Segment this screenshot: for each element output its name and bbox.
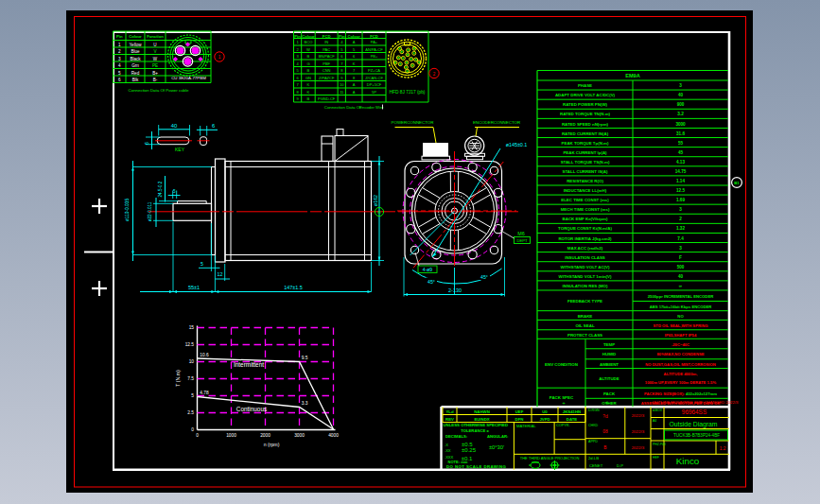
svg-text:COPYR.: COPYR. <box>556 424 570 427</box>
svg-text:PGND-CF: PGND-CF <box>318 96 336 101</box>
svg-text:500: 500 <box>677 265 685 269</box>
svg-text:M6: M6 <box>517 231 525 236</box>
svg-text:10: 10 <box>340 82 344 87</box>
svg-text:GN: GN <box>305 76 311 80</box>
svg-text:12.5: 12.5 <box>185 342 195 347</box>
svg-text:B1: B1 <box>734 181 740 185</box>
svg-text:4: 4 <box>118 63 121 68</box>
svg-text:PHZ.P03: PHZ.P03 <box>653 443 666 446</box>
svg-text:Pin: Pin <box>339 34 345 39</box>
svg-text:OTHER: OTHER <box>602 401 617 406</box>
svg-text:4.13: 4.13 <box>676 160 685 165</box>
svg-text:ALTITUDE: ALTITUDE <box>599 376 619 381</box>
svg-text:5: 5 <box>173 189 176 194</box>
svg-text:OIL SEAL: OIL SEAL <box>575 323 594 328</box>
svg-text:G: G <box>306 61 309 66</box>
svg-text:6: 6 <box>118 78 121 82</box>
svg-text:INDUCTANCE LL(mH): INDUCTANCE LL(mH) <box>564 188 607 193</box>
svg-text:REV: REV <box>445 417 454 422</box>
svg-text:STALL CURRENT IS(A): STALL CURRENT IS(A) <box>563 169 608 174</box>
svg-text:JVPD: JVPD <box>539 417 550 422</box>
svg-text:DATE: DATE <box>567 417 578 422</box>
svg-text:BCO: BCO <box>305 40 313 44</box>
svg-text:Yellow: Yellow <box>129 43 142 47</box>
svg-text:INSULATION CLASS: INSULATION CLASS <box>565 255 605 260</box>
svg-text:AMBIENT: AMBIENT <box>600 362 619 367</box>
svg-text:.XX: .XX <box>445 448 451 453</box>
svg-text:MECH TIME CONST (ms): MECH TIME CONST (ms) <box>561 207 610 212</box>
svg-text:45: 45 <box>678 150 684 155</box>
svg-text:45°: 45° <box>480 274 488 280</box>
svg-text:HEF: HEF <box>653 456 659 460</box>
svg-text:PZ+CA: PZ+CA <box>368 68 380 73</box>
svg-text:STD OIL SEAL,WITH SPRING: STD OIL SEAL,WITH SPRING <box>654 323 708 328</box>
svg-text:K: K <box>307 82 310 87</box>
svg-text:12.5: 12.5 <box>676 188 685 193</box>
svg-text:±0.1: ±0.1 <box>462 456 473 461</box>
svg-text:ELEC TIME CONST (ms): ELEC TIME CONST (ms) <box>561 198 609 202</box>
svg-text:1:2: 1:2 <box>720 446 726 451</box>
svg-text:3: 3 <box>679 246 682 251</box>
svg-text:T (N.m): T (N.m) <box>175 370 181 387</box>
svg-text:JKS41HN: JKS41HN <box>563 409 581 414</box>
svg-text:1.32: 1.32 <box>676 226 685 231</box>
svg-text:ø162: ø162 <box>373 195 378 206</box>
svg-text:2022/3: 2022/3 <box>632 445 645 450</box>
svg-text:ALTITUDE 4000m,: ALTITUDE 4000m, <box>664 372 698 376</box>
svg-text:.X: .X <box>445 443 448 447</box>
svg-text:YLd: YLd <box>445 409 453 414</box>
svg-text:12: 12 <box>218 271 223 277</box>
svg-text:UNLESS OTHERWISE SPECIFIED: UNLESS OTHERWISE SPECIFIED <box>444 423 509 427</box>
svg-text:NO DUST,GAS,OIL MIST,CORROSION: NO DUST,GAS,OIL MIST,CORROSION <box>645 362 715 367</box>
svg-text:B+: B+ <box>152 71 158 76</box>
svg-text:B: B <box>307 54 310 59</box>
svg-text:CENET: CENET <box>589 463 603 468</box>
svg-text:FEEDBACK TYPE: FEEDBACK TYPE <box>567 299 602 304</box>
svg-text:2.5: 2.5 <box>187 410 194 415</box>
svg-text:PEAK TORQUE Tp(N.m): PEAK TORQUE Tp(N.m) <box>562 141 609 146</box>
svg-text:45°: 45° <box>427 279 435 285</box>
svg-text:PACKING SIZE(BOX): 432x202x127: PACKING SIZE(BOX): 432x202x127mm <box>644 391 717 396</box>
svg-text:0: 0 <box>196 433 199 438</box>
svg-text:2: 2 <box>433 72 436 77</box>
svg-text:7.5: 7.5 <box>187 376 194 381</box>
svg-text:ø145±0.1: ø145±0.1 <box>506 142 528 148</box>
svg-text:+: + <box>562 400 566 406</box>
svg-text:KEY: KEY <box>175 147 185 152</box>
svg-text:U0: U0 <box>542 409 548 414</box>
svg-text:MATERIAL: MATERIAL <box>516 424 536 428</box>
svg-text:1.69: 1.69 <box>676 198 685 202</box>
svg-text:1: 1 <box>218 55 221 60</box>
svg-text:PB+: PB+ <box>371 54 378 59</box>
svg-text:7.4: 7.4 <box>677 236 684 241</box>
svg-text:PHASE: PHASE <box>578 83 592 88</box>
svg-text:Black: Black <box>130 57 141 61</box>
svg-text:TUCK3B-B7B3P24-4BF: TUCK3B-B7B3P24-4BF <box>673 433 720 438</box>
svg-text:6: 6 <box>212 123 215 129</box>
svg-text:Colour: Colour <box>302 34 315 39</box>
svg-text:ENV CONDITION: ENV CONDITION <box>545 362 578 367</box>
svg-text:D.RGN: D.RGN <box>588 408 600 412</box>
svg-text:1000m UP,EVERY 100m DERATE 1.5: 1000m UP,EVERY 100m DERATE 1.5% <box>645 380 717 385</box>
svg-text:2: 2 <box>118 49 121 54</box>
svg-text:Z/PAZCF: Z/PAZCF <box>319 76 335 80</box>
svg-text:BACK EMF Ke(V/krpm): BACK EMF Ke(V/krpm) <box>563 217 608 221</box>
svg-text:96964SS: 96964SS <box>682 408 707 415</box>
svg-text:Grn: Grn <box>131 63 139 68</box>
svg-text:PAC: PAC <box>323 47 330 52</box>
svg-text:FCD: FCD <box>370 34 378 39</box>
svg-text:MAX ACC (rad/s2): MAX ACC (rad/s2) <box>567 246 603 251</box>
svg-text:RATED POWER PN(W): RATED POWER PN(W) <box>563 102 608 107</box>
svg-text:10.6: 10.6 <box>200 353 209 357</box>
svg-text:2022/3: 2022/3 <box>632 413 645 418</box>
svg-text:NO: NO <box>677 314 684 319</box>
svg-text:OUTLINE MOUNTING SIZE CHANGED: OUTLINE MOUNTING SIZE CHANGED 2022/3 <box>653 400 740 405</box>
svg-text:Function: Function <box>147 34 164 39</box>
svg-text:2-130: 2-130 <box>448 287 462 293</box>
svg-text:RATED TORQUE TN(N.m): RATED TORQUE TN(N.m) <box>560 112 611 116</box>
svg-text:RESISTANCE R(O): RESISTANCE R(O) <box>567 179 603 183</box>
svg-text:A: A <box>353 82 356 87</box>
svg-text:147±1.5: 147±1.5 <box>284 285 302 290</box>
svg-text:1000: 1000 <box>226 433 236 438</box>
svg-text:±0.25: ±0.25 <box>462 447 477 453</box>
